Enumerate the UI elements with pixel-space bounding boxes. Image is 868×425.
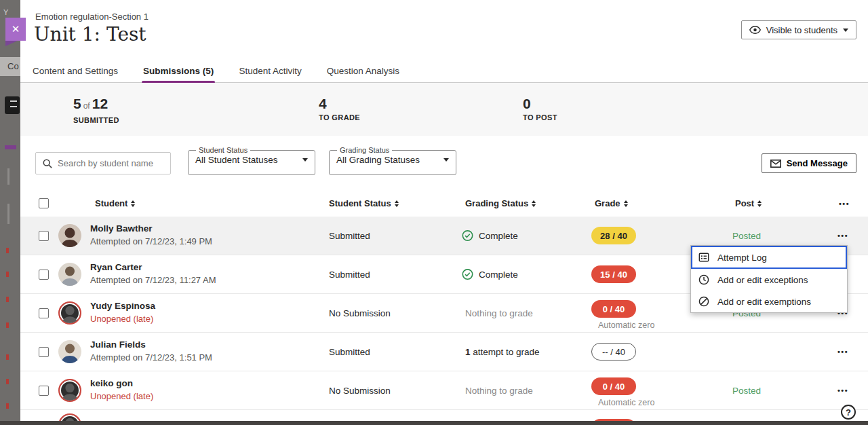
avatar: [58, 379, 81, 402]
grade-note: Automatic zero: [598, 398, 654, 407]
row-checkbox[interactable]: [39, 347, 49, 357]
submissions-panel: Y Co ✕ Emotion regulation-Section 1 Unit…: [0, 0, 868, 425]
ban-icon: [698, 296, 709, 307]
row-checkbox[interactable]: [39, 308, 49, 318]
avatar: [58, 224, 81, 247]
background-fragment: [6, 403, 9, 409]
tab-content-and-settings[interactable]: Content and Settings: [33, 60, 118, 82]
avatar: [58, 301, 81, 325]
row-checkbox[interactable]: [39, 270, 49, 280]
question-mark-icon: ?: [846, 407, 851, 418]
sort-icon: [624, 200, 628, 207]
background-book-icon: [5, 96, 20, 114]
check-circle-icon: [462, 230, 473, 242]
student-status-cell: Submitted: [329, 231, 370, 241]
student-name: keiko gon: [90, 378, 153, 388]
student-name: Julian Fields: [90, 339, 212, 350]
grading-status-cell: Complete: [462, 230, 518, 242]
student-name-block[interactable]: Yudy Espinosa Unopened (late): [90, 301, 155, 324]
page-title: Unit 1: Test: [34, 23, 146, 45]
attempt-subtext: Attempted on 7/12/23, 1:51 PM: [90, 352, 212, 363]
background-page-strip: Y Co: [0, 0, 20, 425]
column-header-student-status[interactable]: Student Status: [329, 198, 399, 208]
background-text-fragment: Y: [3, 8, 8, 16]
grading-status-cell: Nothing to grade: [465, 308, 533, 318]
avatar: [58, 263, 81, 286]
student-name-block[interactable]: keiko gon Unopened (late): [90, 378, 153, 401]
sort-icon: [532, 200, 536, 207]
visibility-label: Visible to students: [766, 25, 837, 35]
send-message-label: Send Message: [787, 158, 848, 168]
table-header: Student Student Status Grading Status Gr…: [20, 194, 868, 217]
eye-icon: [749, 25, 761, 35]
background-fragment: [6, 297, 9, 302]
student-name-block[interactable]: Ryan Carter Attempted on 7/12/23, 11:27 …: [90, 262, 216, 285]
sort-icon: [395, 200, 399, 207]
post-status[interactable]: Posted: [732, 386, 761, 396]
student-name: Ryan Carter: [90, 262, 216, 272]
column-header-post[interactable]: Post: [735, 198, 762, 208]
header-overflow-menu-icon[interactable]: •••: [839, 200, 850, 208]
background-fragment: [6, 272, 9, 277]
column-header-grading-status[interactable]: Grading Status: [465, 198, 536, 208]
student-name-block[interactable]: Julian Fields Attempted on 7/12/23, 1:51…: [90, 339, 212, 363]
attempt-subtext: Unopened (late): [90, 391, 153, 401]
row-overflow-menu-icon[interactable]: •••: [837, 348, 848, 356]
background-fragment: [7, 168, 9, 185]
attempt-subtext: Attempted on 7/12/23, 1:49 PM: [90, 236, 212, 246]
close-panel-button[interactable]: ✕: [5, 18, 26, 41]
student-status-filter-value: All Student Statuses: [195, 155, 278, 165]
select-all-checkbox[interactable]: [39, 198, 49, 208]
student-name: Molly Bawther: [90, 223, 212, 234]
column-header-grade[interactable]: Grade: [595, 198, 628, 208]
row-overflow-menu-icon[interactable]: •••: [837, 232, 848, 240]
grading-status-filter-value: All Grading Statuses: [336, 155, 420, 165]
grade-pill[interactable]: 0 / 40: [591, 377, 636, 395]
post-status[interactable]: Posted: [732, 231, 761, 241]
student-status-cell: Submitted: [329, 270, 370, 280]
background-accent-fragment: [5, 145, 16, 149]
background-fragment: [6, 379, 9, 384]
menu-item-add-edit-exceptions[interactable]: Add or edit exceptions: [691, 269, 847, 291]
sort-icon: [757, 200, 762, 207]
student-name: Yudy Espinosa: [90, 301, 155, 311]
background-fragment: [6, 354, 9, 360]
check-circle-icon: [462, 269, 473, 280]
row-checkbox[interactable]: [39, 231, 49, 241]
student-name-block[interactable]: Molly Bawther Attempted on 7/12/23, 1:49…: [90, 223, 212, 246]
tab-bar: Content and Settings Submissions (5) Stu…: [20, 60, 868, 83]
attempt-log-icon: [698, 252, 709, 263]
send-message-button[interactable]: Send Message: [762, 153, 856, 173]
row-overflow-menu-icon[interactable]: •••: [837, 386, 848, 394]
grade-pill[interactable]: 0 / 40: [591, 300, 636, 318]
tab-student-activity[interactable]: Student Activity: [239, 60, 301, 82]
student-status-cell: Submitted: [329, 347, 370, 357]
background-fragment: [7, 204, 9, 224]
tab-submissions[interactable]: Submissions (5): [143, 60, 214, 82]
search-input[interactable]: [58, 158, 163, 168]
grading-status-cell: Nothing to grade: [465, 386, 533, 396]
grading-status-filter-label: Grading Status: [337, 146, 392, 154]
stats-bar: 5of12 SUBMITTED 4 TO GRADE 0 TO POST: [20, 83, 868, 136]
student-search: [35, 152, 171, 174]
grade-pill[interactable]: 15 / 40: [591, 265, 636, 283]
background-text-fragment: Co: [0, 57, 20, 76]
sort-icon: [131, 200, 135, 207]
row-checkbox[interactable]: [39, 386, 49, 396]
visibility-dropdown-button[interactable]: Visible to students: [741, 20, 856, 39]
stat-submitted: 5of12 SUBMITTED: [73, 96, 119, 124]
column-header-student[interactable]: Student: [95, 198, 135, 208]
grading-status-filter[interactable]: Grading Status All Grading Statuses: [329, 146, 456, 175]
help-button[interactable]: ?: [841, 405, 856, 420]
table-row: Julian Fields Attempted on 7/12/23, 1:51…: [20, 333, 868, 371]
grade-pill[interactable]: -- / 40: [591, 343, 636, 361]
menu-item-attempt-log[interactable]: Attempt Log: [691, 246, 847, 269]
avatar: [58, 340, 81, 363]
student-status-cell: No Submission: [329, 386, 391, 396]
tab-question-analysis[interactable]: Question Analysis: [327, 60, 399, 82]
background-fragment: [6, 322, 9, 328]
grade-pill[interactable]: 28 / 40: [591, 227, 636, 244]
menu-item-add-edit-exemptions[interactable]: Add or edit exemptions: [691, 291, 847, 312]
stat-to-post: 0 TO POST: [523, 96, 557, 122]
student-status-filter[interactable]: Student Status All Student Statuses: [188, 146, 315, 175]
